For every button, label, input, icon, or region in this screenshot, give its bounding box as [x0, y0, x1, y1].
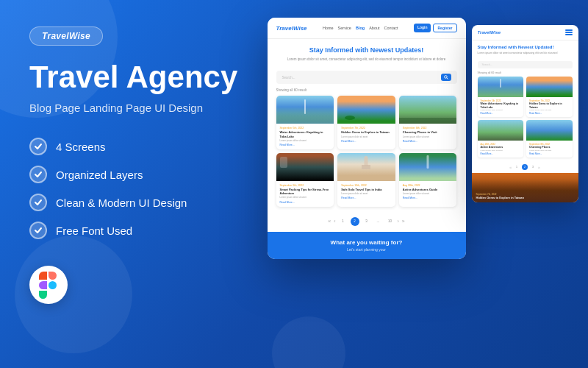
mockup-container: TravelWise Home Service Blog About Conta…	[268, 18, 578, 259]
brand-name: TravelWise	[42, 31, 90, 41]
card-6-date: Aug 28th, 2022	[403, 184, 453, 187]
card-6-body: Aug 28th, 2022 Active Adventures Guide L…	[399, 181, 457, 202]
sec-page-3[interactable]: 3	[530, 164, 536, 170]
page-2-active[interactable]: 2	[351, 217, 359, 226]
check-icon-screens	[29, 138, 47, 155]
feature-ui: Clean & Modern UI Design	[29, 194, 243, 211]
hero-subtitle: Lorem ipsum dolor sit amet, consectetur …	[276, 57, 457, 63]
nav-buttons: Login Register	[414, 24, 457, 32]
page-title: Travel Agency	[29, 60, 243, 94]
card-5-body: September 10th, 2022 Safe Solo Travel Ti…	[337, 181, 395, 202]
card-1-title: Water Adventures: Kayaking in Toba Lake	[280, 130, 331, 138]
hamburger-menu-icon[interactable]	[565, 29, 573, 35]
sec-card-1-body: September 5th, 2022 Water Adventures: Ka…	[478, 97, 524, 117]
feature-screens-label: 4 Screens	[56, 141, 106, 153]
page-prev[interactable]: ‹	[334, 219, 335, 224]
nav-home: Home	[323, 26, 334, 30]
feature-layers: Organized Layers	[29, 166, 243, 183]
page-prev-prev[interactable]: «	[328, 219, 331, 224]
card-grid: September 5th, 2022 Water Adventures: Ka…	[268, 96, 466, 212]
card-6-desc: Lorem ipsum dolor sit amet	[403, 192, 453, 195]
card-2: September 7th, 2022 Hidden Gems to Explo…	[337, 96, 395, 149]
sec-hero-title: Stay Informed with Newest Updated!	[478, 45, 573, 51]
feature-font: Free Font Used	[29, 222, 243, 239]
sec-search-placeholder: Search...	[482, 63, 492, 66]
card-5-date: September 10th, 2022	[341, 184, 392, 187]
sec-page-2[interactable]: 2	[522, 164, 528, 170]
sec-page-next[interactable]: »	[538, 165, 540, 169]
card-2-body: September 7th, 2022 Hidden Gems to Explo…	[337, 124, 395, 145]
sec-nav-logo: TravelWise	[478, 30, 501, 35]
footer-title: What are you waiting for?	[276, 239, 457, 246]
card-6-title: Active Adventures Guide	[403, 188, 453, 191]
feature-font-label: Free Font Used	[56, 224, 132, 237]
sec-nav: TravelWise	[472, 25, 578, 40]
nav-blog: Blog	[356, 26, 365, 30]
features-list: 4 Screens Organized Layers Clean & Moder…	[29, 138, 243, 239]
card-1-readmore[interactable]: Read More...	[280, 144, 331, 146]
feature-screens: 4 Screens	[29, 138, 243, 155]
nav-links: Home Service Blog About Contact	[323, 26, 398, 30]
login-button[interactable]: Login	[414, 24, 431, 32]
sec-card-4-body: September 8th, 2022 Charming Places Lore…	[526, 141, 573, 158]
sec-hero: Stay Informed with Newest Updated! Lorem…	[472, 40, 578, 59]
sec-card-1: September 5th, 2022 Water Adventures: Ka…	[478, 77, 524, 117]
page-1[interactable]: 1	[339, 217, 348, 226]
sec-page-prev[interactable]: «	[509, 165, 512, 169]
page-10[interactable]: 10	[386, 217, 395, 226]
right-panel: TravelWise Home Service Blog About Conta…	[257, 0, 588, 368]
card-2-date: September 7th, 2022	[341, 127, 392, 130]
card-2-readmore[interactable]: Read More...	[341, 140, 392, 143]
page-dots: ...	[374, 217, 383, 226]
card-1: September 5th, 2022 Water Adventures: Ka…	[276, 96, 334, 149]
card-4-date: September 9th, 2022	[280, 184, 331, 187]
check-icon-font	[29, 222, 47, 239]
card-3: September 8th, 2022 Charming Places to V…	[399, 96, 457, 149]
mockup-search[interactable]: Search...	[276, 71, 457, 84]
footer-subtitle: Let's start planning your	[276, 247, 457, 252]
pagination: « ‹ 1 2 3 ... 10 › »	[268, 213, 466, 232]
feature-ui-label: Clean & Modern UI Design	[56, 197, 187, 209]
mockup-footer: What are you waiting for? Let's start pl…	[268, 232, 466, 259]
card-3-title: Charming Places to Visit	[403, 130, 453, 134]
nav-contact: Contact	[384, 26, 398, 30]
card-4-desc: Lorem ipsum dolor sit amet	[280, 196, 331, 199]
page-next-next[interactable]: »	[402, 219, 405, 224]
search-button[interactable]	[441, 74, 451, 81]
sec-card-grid: September 5th, 2022 Water Adventures: Ka…	[472, 77, 578, 162]
card-1-body: September 5th, 2022 Water Adventures: Ka…	[276, 124, 334, 149]
card-3-date: September 8th, 2022	[403, 127, 453, 130]
card-2-desc: Lorem ipsum dolor sit amet	[341, 135, 392, 138]
results-label: Showing all 60 result	[276, 88, 457, 92]
sec-card-4: September 8th, 2022 Charming Places Lore…	[526, 120, 573, 158]
card-5-desc: Lorem ipsum dolor sit amet	[341, 192, 392, 195]
card-3-readmore[interactable]: Read More...	[403, 140, 453, 143]
card-6: Aug 28th, 2022 Active Adventures Guide L…	[399, 153, 457, 207]
sec-card-2: September 7th, 2022 Hidden Gems to Explo…	[526, 77, 573, 117]
card-6-readmore[interactable]: Read More...	[403, 197, 453, 199]
page-subtitle: Blog Page Landing Page UI Design	[29, 102, 243, 114]
figma-badge	[29, 266, 68, 304]
page-next[interactable]: ›	[398, 219, 399, 224]
card-1-date: September 5th, 2022	[280, 127, 331, 130]
register-button[interactable]: Register	[433, 24, 456, 32]
card-4-title: Smart Packing Tips for Stress-Free Adven…	[280, 188, 331, 195]
card-3-desc: Lorem ipsum dolor sit amet	[403, 135, 453, 138]
card-5-readmore[interactable]: Read More...	[341, 197, 392, 199]
mockup-main: TravelWise Home Service Blog About Conta…	[268, 18, 466, 259]
brand-tag: TravelWise	[29, 26, 103, 46]
sec-page-1[interactable]: 1	[514, 164, 520, 170]
sec-pagination: « 1 2 3 »	[472, 162, 578, 173]
card-3-body: September 8th, 2022 Charming Places to V…	[399, 124, 457, 145]
sec-search[interactable]: Search...	[478, 61, 573, 68]
sec-card-3-body: Aug 28th, 2022 Active Adventures Lorem i…	[478, 141, 524, 158]
card-4-readmore[interactable]: Read More...	[280, 201, 331, 204]
page-3[interactable]: 3	[362, 217, 371, 226]
sec-results-label: Showing all 60 result	[478, 71, 573, 74]
svg-line-1	[446, 78, 448, 79]
mockup-hero: Stay Informed with Newest Updates! Lorem…	[268, 39, 466, 66]
mockup-secondary: TravelWise Stay Informed with Newest Upd…	[472, 25, 578, 202]
card-4: September 9th, 2022 Smart Packing Tips f…	[276, 153, 334, 207]
nav-logo: TravelWise	[276, 25, 307, 32]
card-5: September 10th, 2022 Safe Solo Travel Ti…	[337, 153, 395, 207]
